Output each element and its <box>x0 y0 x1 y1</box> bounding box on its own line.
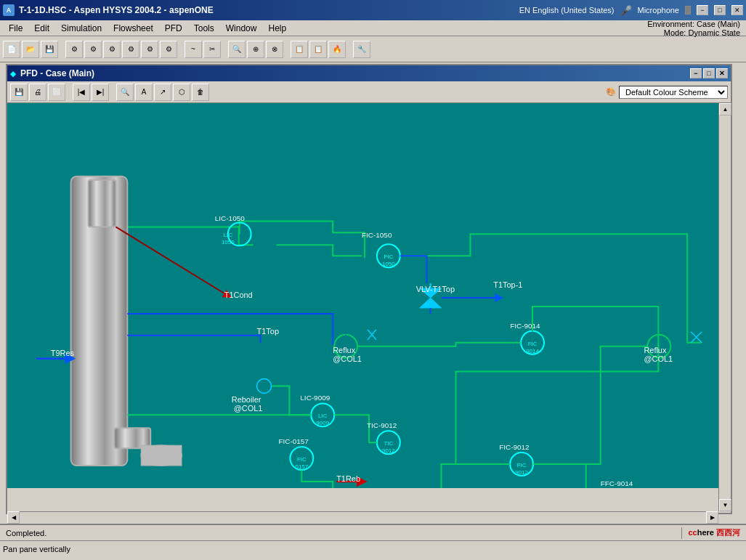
svg-point-19 <box>521 331 544 354</box>
tb-btn14[interactable]: 🔥 <box>328 41 346 58</box>
tb-new[interactable]: 📄 <box>3 41 20 58</box>
tb-btn2[interactable]: ⚙ <box>84 41 102 58</box>
pfd-window: ◆ PFD - Case (Main) − □ ✕ 💾 🖨 ⬜ |◀ ▶| 🔍 … <box>6 64 732 514</box>
svg-rect-6 <box>114 428 150 448</box>
pfd-tb-search[interactable]: 🔍 <box>116 84 134 101</box>
svg-point-23 <box>377 431 400 454</box>
pfd-title: PFD - Case (Main) <box>20 68 94 78</box>
close-button[interactable]: ✕ <box>731 5 743 15</box>
svg-text:9014: 9014 <box>526 348 539 354</box>
svg-rect-5 <box>89 180 116 227</box>
watermark-area: cchere 西西河 <box>682 526 746 540</box>
pfd-tb-1[interactable]: |◀ <box>73 84 90 101</box>
pfd-tb-delete[interactable]: 🗑 <box>192 84 209 101</box>
canvas-area: T1Cond T1Top T9Res Reboiler @COL1 T1Reb … <box>7 103 731 511</box>
app-icon: A <box>3 4 15 16</box>
tb-btn8[interactable]: ✂ <box>203 41 221 58</box>
pfd-toolbar: 💾 🖨 ⬜ |◀ ▶| 🔍 A ↗ ⬡ 🗑 🎨 Default Colour S… <box>7 81 731 103</box>
tb-btn3[interactable]: ⚙ <box>103 41 121 58</box>
pfd-tb-text[interactable]: A <box>135 84 153 101</box>
tb-btn12[interactable]: 📋 <box>291 41 308 58</box>
svg-text:@COL1: @COL1 <box>234 404 263 413</box>
tb-btn9[interactable]: 🔍 <box>228 41 246 58</box>
app-title: T-1-1D.HSC - Aspen HYSYS 2004.2 - aspenO… <box>19 5 214 15</box>
pfd-canvas[interactable]: T1Cond T1Top T9Res Reboiler @COL1 T1Reb … <box>7 103 718 488</box>
tb-btn4[interactable]: ⚙ <box>122 41 139 58</box>
menu-tools[interactable]: Tools <box>188 22 220 35</box>
status-center: Completed. <box>0 527 682 539</box>
pfd-minimize[interactable]: − <box>690 68 702 78</box>
tb-btn7[interactable]: ~ <box>185 41 202 58</box>
svg-text:VLV-T1Top: VLV-T1Top <box>416 285 455 293</box>
scroll-down-button[interactable]: ▼ <box>719 499 731 511</box>
svg-text:9009: 9009 <box>316 420 329 426</box>
svg-point-13 <box>377 244 400 267</box>
colour-dropdown[interactable]: Default Colour Scheme <box>619 86 728 99</box>
menu-window[interactable]: Window <box>220 22 263 35</box>
svg-text:FIC: FIC <box>384 253 393 260</box>
tb-open[interactable]: 📂 <box>22 41 39 58</box>
svg-text:T1Top: T1Top <box>257 327 279 336</box>
title-bar: A T-1-1D.HSC - Aspen HYSYS 2004.2 - aspe… <box>0 0 746 20</box>
svg-text:0157: 0157 <box>295 463 308 470</box>
colour-selector: 🎨 Default Colour Scheme <box>606 86 728 99</box>
pfd-tb-2[interactable]: ▶| <box>92 84 109 101</box>
title-bar-right: EN English (United States) 🎤 Microphone … <box>519 5 743 16</box>
pfd-tb-print[interactable]: 🖨 <box>29 84 46 101</box>
svg-point-34 <box>647 335 670 358</box>
menu-help[interactable]: Help <box>262 22 292 35</box>
pfd-tb-connect[interactable]: ⬡ <box>173 84 190 101</box>
svg-text:FIC: FIC <box>297 456 307 463</box>
svg-text:Reflux: Reflux <box>644 346 667 354</box>
svg-text:FIC-9014: FIC-9014 <box>510 322 540 330</box>
scroll-track-v <box>719 115 731 499</box>
corner-box <box>718 511 731 524</box>
svg-text:Reflux: Reflux <box>333 346 356 354</box>
svg-text:LIC: LIC <box>224 232 233 238</box>
menu-pfd[interactable]: PFD <box>159 22 188 35</box>
watermark-cc: cc <box>688 528 697 537</box>
svg-text:FIC: FIC <box>528 341 538 347</box>
tb-btn15[interactable]: 🔧 <box>353 41 370 58</box>
menu-file[interactable]: File <box>3 22 28 35</box>
pfd-tb-save[interactable]: 💾 <box>10 84 28 101</box>
svg-line-10 <box>115 227 227 296</box>
pfd-maximize[interactable]: □ <box>703 68 715 78</box>
svg-line-21 <box>691 332 702 343</box>
svg-text:T9Res: T9Res <box>51 349 75 357</box>
pfd-tb-arrow[interactable]: ↗ <box>154 84 171 101</box>
tb-btn10[interactable]: ⊕ <box>247 41 264 58</box>
minimize-button[interactable]: − <box>697 5 708 15</box>
menu-edit[interactable]: Edit <box>28 22 55 35</box>
menu-flowsheet[interactable]: Flowsheet <box>108 22 159 35</box>
tb-btn13[interactable]: 📋 <box>309 41 327 58</box>
scroll-right-button[interactable]: ▶ <box>706 511 718 524</box>
svg-rect-4 <box>71 176 128 466</box>
scroll-left-button[interactable]: ◀ <box>7 511 20 524</box>
tb-btn1[interactable]: ⚙ <box>65 41 83 58</box>
pfd-close[interactable]: ✕ <box>716 68 728 78</box>
locale-label: EN English (United States) <box>519 6 615 15</box>
svg-point-32 <box>257 379 272 394</box>
tb-btn11[interactable]: ⊗ <box>266 41 283 58</box>
svg-text:TIC-9012: TIC-9012 <box>367 421 397 429</box>
menu-simulation[interactable]: Simulation <box>55 22 108 35</box>
mic-dropdown[interactable] <box>685 6 691 15</box>
svg-text:1050: 1050 <box>382 261 395 267</box>
title-bar-left: A T-1-1D.HSC - Aspen HYSYS 2004.2 - aspe… <box>3 4 214 16</box>
tb-btn5[interactable]: ⚙ <box>141 41 158 58</box>
tb-btn6[interactable]: ⚙ <box>160 41 177 58</box>
vertical-scrollbar[interactable]: ▲ ▼ <box>718 103 731 511</box>
scroll-up-button[interactable]: ▲ <box>719 103 731 115</box>
colour-icon: 🎨 <box>606 87 616 97</box>
svg-text:TIC: TIC <box>384 440 393 447</box>
maximize-button[interactable]: □ <box>714 5 726 15</box>
svg-point-33 <box>334 335 357 358</box>
svg-text:LIC: LIC <box>318 413 328 419</box>
svg-text:FIC-0157: FIC-0157 <box>278 437 309 445</box>
tb-save[interactable]: 💾 <box>41 41 58 58</box>
svg-point-22 <box>311 403 334 426</box>
pfd-tb-zoom[interactable]: ⬜ <box>48 84 65 101</box>
svg-line-75 <box>368 330 376 340</box>
pfd-title-bar: ◆ PFD - Case (Main) − □ ✕ <box>7 65 731 81</box>
